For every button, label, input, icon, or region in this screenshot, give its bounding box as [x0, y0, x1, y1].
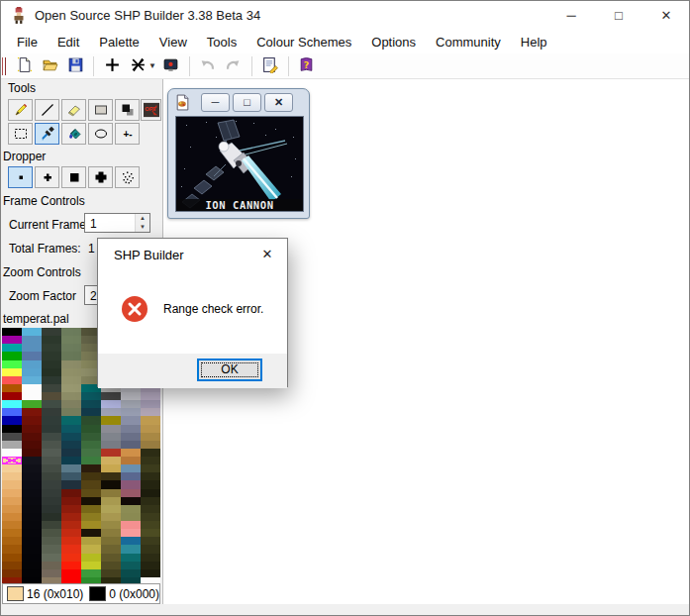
palette-cell[interactable] — [121, 480, 141, 488]
menu-item-community[interactable]: Community — [426, 33, 511, 51]
palette-cell[interactable] — [61, 569, 81, 577]
new-file-button[interactable] — [12, 54, 36, 78]
palette-cell[interactable] — [42, 368, 61, 376]
palette-cell[interactable] — [61, 392, 81, 400]
palette-cell[interactable] — [141, 433, 160, 441]
dropdown-arrow-icon[interactable]: ▼ — [148, 61, 156, 70]
palette-cell[interactable] — [2, 441, 22, 449]
palette-cell[interactable] — [22, 425, 42, 433]
palette-cell[interactable] — [61, 521, 81, 529]
palette-cell[interactable] — [141, 392, 160, 400]
palette-cell[interactable] — [81, 569, 101, 577]
palette-cell[interactable] — [42, 376, 61, 384]
palette-cell[interactable] — [121, 392, 141, 400]
palette-cell[interactable] — [101, 457, 121, 464]
palette-cell[interactable] — [101, 472, 121, 480]
palette-cell[interactable] — [121, 433, 141, 441]
palette-cell[interactable] — [2, 400, 22, 408]
palette-cell[interactable] — [22, 489, 42, 497]
close-button[interactable]: ✕ — [646, 1, 686, 30]
palette-cell[interactable] — [61, 472, 81, 480]
palette-cell[interactable] — [22, 554, 42, 562]
properties-button[interactable] — [258, 54, 282, 78]
palette-cell[interactable] — [141, 545, 160, 553]
palette-cell[interactable] — [22, 464, 42, 472]
toolbar-gripper[interactable] — [2, 57, 6, 75]
save-file-button[interactable] — [63, 54, 87, 78]
pencil-tool-button[interactable] — [8, 99, 33, 121]
palette-cell[interactable] — [22, 480, 42, 488]
palette-cell[interactable] — [101, 441, 121, 449]
dialog-close-button[interactable]: ✕ — [257, 245, 277, 264]
palette-cell[interactable] — [141, 537, 160, 545]
palette-cell[interactable] — [2, 384, 22, 392]
current-frame-down-button[interactable]: ▼ — [136, 223, 149, 232]
opt-tool-button[interactable]: OPT — [141, 99, 161, 121]
palette-cell[interactable] — [121, 537, 141, 545]
palette-cell[interactable] — [22, 336, 42, 344]
palette-cell[interactable] — [141, 464, 160, 472]
palette-cell[interactable] — [101, 416, 121, 424]
palette-cell[interactable] — [2, 489, 22, 497]
palette-cell[interactable] — [141, 480, 160, 488]
palette-cell[interactable] — [101, 545, 121, 553]
palette-cell[interactable] — [61, 336, 81, 344]
palette-cell[interactable] — [61, 529, 81, 537]
palette-cell[interactable] — [81, 537, 101, 545]
palette-cell[interactable] — [81, 554, 101, 562]
palette-cell[interactable] — [121, 529, 141, 537]
palette-cell[interactable] — [141, 521, 160, 529]
palette-cell[interactable] — [42, 457, 61, 464]
undo-button[interactable] — [196, 54, 220, 78]
palette-cell[interactable] — [81, 497, 101, 505]
palette-cell[interactable] — [22, 457, 42, 464]
marquee-select-tool-button[interactable] — [8, 123, 33, 145]
palette-cell[interactable] — [101, 425, 121, 433]
palette-cell[interactable] — [42, 562, 61, 569]
palette-cell[interactable] — [61, 425, 81, 433]
palette-cell[interactable] — [42, 489, 61, 497]
palette-cell[interactable] — [101, 505, 121, 513]
palette-cell[interactable] — [22, 344, 42, 352]
palette-cell[interactable] — [101, 408, 121, 416]
palette-cell[interactable] — [121, 457, 141, 464]
palette-cell[interactable] — [121, 464, 141, 472]
palette-cell[interactable] — [22, 529, 42, 537]
minimize-button[interactable]: ─ — [551, 1, 591, 30]
help-button[interactable]: ? — [295, 54, 319, 78]
palette-cell[interactable] — [22, 449, 42, 457]
palette-cell[interactable] — [81, 457, 101, 464]
palette-cell[interactable] — [141, 513, 160, 521]
palette-cell[interactable] — [22, 537, 42, 545]
colour-dropper-tool-button[interactable] — [35, 123, 59, 145]
palette-cell[interactable] — [22, 328, 42, 336]
brush-spray-tool-button[interactable] — [115, 166, 140, 188]
palette-cell[interactable] — [141, 425, 160, 433]
palette-cell[interactable] — [141, 569, 160, 577]
palette-cell[interactable] — [61, 328, 81, 336]
palette-cell[interactable] — [2, 480, 22, 488]
palette-cell[interactable] — [81, 441, 101, 449]
add-frame-button[interactable] — [100, 54, 124, 78]
palette-cell[interactable] — [101, 433, 121, 441]
palette-cell[interactable] — [121, 569, 141, 577]
palette-cell[interactable] — [101, 569, 121, 577]
plus-minus-tool-button[interactable]: +- — [115, 123, 140, 145]
palette-cell[interactable] — [42, 449, 61, 457]
palette-cell[interactable] — [42, 416, 61, 424]
palette-cell[interactable] — [22, 562, 42, 569]
palette-cell[interactable] — [42, 545, 61, 553]
palette-cell[interactable] — [81, 433, 101, 441]
open-file-button[interactable] — [38, 54, 61, 78]
palette-cell[interactable] — [101, 489, 121, 497]
rectangle-tool-button[interactable] — [88, 99, 113, 121]
palette-cell[interactable] — [81, 400, 101, 408]
palette-cell[interactable] — [121, 425, 141, 433]
palette-cell[interactable] — [2, 449, 22, 457]
palette-cell[interactable] — [81, 425, 101, 433]
palette-cell[interactable] — [22, 569, 42, 577]
palette-cell[interactable] — [42, 480, 61, 488]
shp-image-window-title-bar[interactable]: ─ □ ✕ — [168, 89, 309, 115]
palette-cell[interactable] — [2, 505, 22, 513]
palette-cell[interactable] — [2, 368, 22, 376]
